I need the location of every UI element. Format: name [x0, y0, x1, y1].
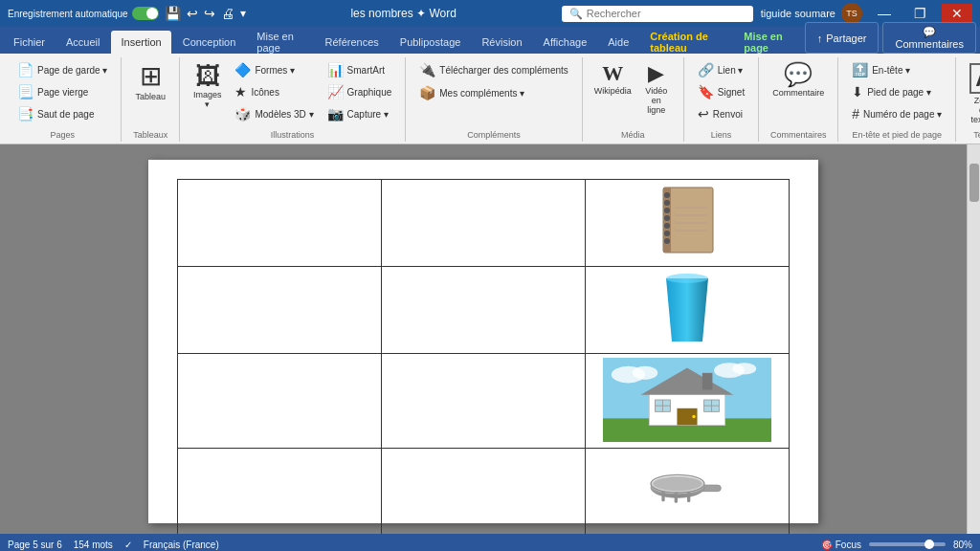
ribbon-group-illustrations: 🖼 Images ▾ 🔷 Formes ▾ ★ Icônes 🎲 Modèles… [180, 57, 406, 142]
svg-rect-36 [661, 491, 664, 501]
commentaire-button[interactable]: 💬 Commentaire [767, 59, 830, 101]
page-garde-label: Page de garde ▾ [37, 65, 107, 76]
focus-label[interactable]: 🎯 Focus [821, 540, 861, 550]
tab-accueil[interactable]: Accueil [56, 31, 109, 54]
tab-publipostage[interactable]: Publipostage [390, 31, 471, 54]
table-cell[interactable] [382, 267, 586, 354]
zoom-slider[interactable] [869, 542, 946, 546]
table-row [178, 449, 790, 535]
table-cell img-cell[interactable] [586, 354, 790, 449]
scrollbar-vertical[interactable] [967, 144, 980, 534]
table-cell[interactable] [382, 180, 586, 267]
tab-affichage[interactable]: Affichage [534, 31, 597, 54]
scrollbar-thumb[interactable] [969, 164, 979, 202]
save-icon[interactable]: 💾 [165, 6, 181, 21]
zone-texte-button[interactable]: A Zone detexte ▾ [964, 59, 980, 128]
tab-insertion[interactable]: Insertion [111, 31, 170, 54]
table-cell[interactable] [382, 354, 586, 449]
share-button[interactable]: ↑ Partager [805, 22, 880, 54]
complements-items: 🔌 Télécharger des compléments 📦 Mes comp… [413, 59, 574, 128]
tab-references[interactable]: Références [316, 31, 389, 54]
video-en-ligne-button[interactable]: ▶ Vidéoen ligne [637, 59, 676, 119]
close-button[interactable]: ✕ [942, 4, 972, 23]
saut-page-label: Saut de page [37, 109, 95, 120]
pages-label: Pages [50, 128, 75, 140]
table-cell img-cell[interactable] [586, 180, 790, 267]
tab-creation-tableau[interactable]: Création de tableau [640, 31, 732, 54]
table-cell[interactable] [178, 354, 382, 449]
liens-items: 🔗 Lien ▾ 🔖 Signet ↩ Renvoi [692, 59, 750, 128]
icones-button[interactable]: ★ Icônes [229, 81, 319, 102]
telecharger-complements-button[interactable]: 🔌 Télécharger des compléments [413, 59, 574, 80]
ribbon-group-pages: 📄 Page de garde ▾ 📃 Page vierge 📑 Saut d… [4, 57, 122, 142]
renvoi-button[interactable]: ↩ Renvoi [692, 103, 750, 124]
mes-complements-button[interactable]: 📦 Mes compléments ▾ [413, 82, 530, 103]
zoom-thumb[interactable] [924, 540, 934, 549]
numero-page-button[interactable]: # Numéro de page ▾ [846, 103, 947, 124]
graphique-label: Graphique [347, 87, 392, 98]
undo-icon[interactable]: ↩ [187, 6, 198, 21]
commentaires-items: 💬 Commentaire [767, 59, 830, 128]
smartart-button[interactable]: 📊 SmartArt [322, 59, 398, 80]
ribbon-group-media: W Wikipédia ▶ Vidéoen ligne Média [583, 57, 684, 142]
table-cell[interactable] [178, 267, 382, 354]
page-info: Page 5 sur 6 [8, 540, 62, 550]
graphique-button[interactable]: 📈 Graphique [322, 81, 398, 102]
search-input[interactable] [587, 8, 711, 19]
table-cell[interactable] [382, 449, 586, 535]
tab-mise-en-page2[interactable]: Mise en page [734, 31, 802, 54]
wikipedia-label: Wikipédia [594, 86, 632, 96]
media-label: Média [621, 128, 645, 140]
doc-scroll[interactable] [0, 144, 967, 534]
autosave-switch[interactable] [132, 7, 159, 20]
svg-point-3 [664, 200, 670, 206]
signet-button[interactable]: 🔖 Signet [692, 81, 750, 102]
icones-label: Icônes [251, 87, 278, 98]
mes-complements-icon: 📦 [419, 85, 435, 100]
svg-rect-38 [687, 492, 690, 502]
search-bar[interactable]: 🔍 [562, 6, 753, 22]
tab-conception[interactable]: Conception [173, 31, 246, 54]
print-icon[interactable]: 🖨 [221, 6, 234, 21]
video-label: Vidéoen ligne [643, 86, 670, 115]
language[interactable]: Français (France) [144, 540, 219, 550]
renvoi-label: Renvoi [713, 109, 743, 120]
images-button[interactable]: 🖼 Images ▾ [188, 59, 228, 113]
formes-button[interactable]: 🔷 Formes ▾ [229, 59, 319, 80]
entete-button[interactable]: 🔝 En-tête ▾ [846, 59, 947, 80]
entete-col: 🔝 En-tête ▾ ⬇ Pied de page ▾ # Numéro de… [846, 59, 947, 124]
redo-icon[interactable]: ↪ [204, 6, 215, 21]
modeles3d-button[interactable]: 🎲 Modèles 3D ▾ [229, 103, 319, 124]
comments-button[interactable]: 💬 Commentaires [882, 22, 976, 54]
ribbon-group-entete: 🔝 En-tête ▾ ⬇ Pied de page ▾ # Numéro de… [838, 57, 956, 142]
word-count: 154 mots [74, 540, 113, 550]
tableau-button[interactable]: ⊞ Tableau [129, 59, 171, 105]
commentaires-label: Commentaires [770, 128, 827, 140]
tab-revision[interactable]: Révision [472, 31, 531, 54]
capture-icon: 📷 [327, 106, 344, 121]
wikipedia-button[interactable]: W Wikipédia [590, 59, 635, 99]
minimize-button[interactable]: — [870, 4, 899, 23]
capture-button[interactable]: 📷 Capture ▾ [322, 103, 398, 124]
table-cell[interactable] [178, 449, 382, 535]
page-vierge-button[interactable]: 📃 Page vierge [11, 81, 113, 102]
table-cell img-cell[interactable] [586, 267, 790, 354]
tab-mise-en-page[interactable]: Mise en page [247, 31, 313, 54]
images-icon: 🖼 [195, 63, 220, 88]
table-cell[interactable] [178, 180, 382, 267]
restore-button[interactable]: ❐ [906, 4, 934, 23]
lien-button[interactable]: 🔗 Lien ▾ [692, 59, 750, 80]
autosave-toggle[interactable]: Enregistrement automatique [8, 7, 159, 20]
pied-de-page-button[interactable]: ⬇ Pied de page ▾ [846, 81, 947, 102]
smartart-label: SmartArt [347, 65, 385, 76]
tab-aide[interactable]: Aide [598, 31, 638, 54]
table-cell img-cell[interactable] [586, 449, 790, 535]
saut-page-button[interactable]: 📑 Saut de page [11, 103, 113, 124]
ribbon-group-complements: 🔌 Télécharger des compléments 📦 Mes comp… [406, 57, 583, 142]
avatar: TS [841, 3, 862, 24]
commentaire-icon: 💬 [784, 63, 813, 86]
more-icon[interactable]: ▾ [240, 7, 246, 20]
page-de-garde-button[interactable]: 📄 Page de garde ▾ [11, 59, 113, 80]
search-icon: 🔍 [569, 8, 583, 20]
tab-fichier[interactable]: Fichier [4, 31, 55, 54]
